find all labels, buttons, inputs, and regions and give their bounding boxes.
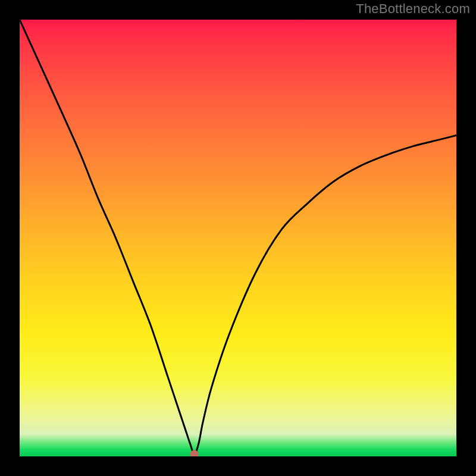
chart-frame: TheBottleneck.com — [0, 0, 476, 476]
plot-area — [20, 20, 456, 456]
bottleneck-min-marker — [190, 450, 199, 456]
watermark-text: TheBottleneck.com — [356, 1, 470, 17]
curve-svg — [20, 20, 456, 456]
bottleneck-curve-path — [20, 20, 456, 454]
